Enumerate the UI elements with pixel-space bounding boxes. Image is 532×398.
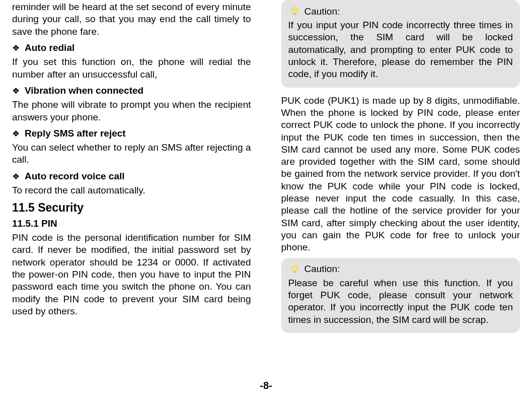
paragraph: PUK code (PUK1) is made up by 8 digits, … — [281, 95, 520, 254]
diamond-icon: ❖ — [12, 44, 20, 52]
heading-pin: 11.5.1 PIN — [12, 218, 251, 230]
diamond-icon: ❖ — [12, 172, 20, 181]
page-content: reminder will be heard at the set second… — [0, 0, 532, 378]
caution-box: Caution: Please be careful when use this… — [281, 258, 520, 333]
caution-label: Caution: — [305, 6, 340, 18]
bullet-label: Reply SMS after reject — [25, 127, 126, 140]
bullet-label: Vibration when connected — [25, 85, 143, 97]
paragraph: If you set this function on, the phone w… — [12, 56, 251, 81]
bullet-item: ❖ Vibration when connected — [12, 85, 251, 97]
paragraph: To record the call automatically. — [12, 184, 251, 196]
paragraph: PIN code is the personal identification … — [12, 232, 251, 317]
svg-rect-7 — [293, 271, 296, 273]
caution-body: Please be careful when use this function… — [288, 277, 513, 326]
lightbulb-icon — [288, 5, 301, 18]
bullet-item: ❖ Auto redial — [12, 42, 251, 54]
lightbulb-icon — [288, 263, 301, 276]
paragraph: reminder will be heard at the set second… — [12, 1, 251, 38]
paragraph: You can select whether to reply an SMS a… — [12, 142, 251, 166]
caution-label: Caution: — [305, 263, 340, 275]
page-number: -8- — [0, 378, 532, 391]
bullet-label: Auto record voice call — [25, 170, 125, 182]
right-column: Caution: If you input your PIN code inco… — [266, 0, 522, 378]
svg-line-5 — [297, 7, 298, 8]
svg-point-6 — [292, 265, 297, 272]
bullet-label: Auto redial — [25, 42, 74, 54]
svg-line-11 — [297, 265, 298, 266]
svg-line-10 — [291, 265, 292, 266]
heading-security: 11.5 Security — [12, 201, 251, 215]
svg-rect-1 — [293, 13, 296, 15]
caution-body: If you input your PIN code incorrectly t… — [288, 19, 513, 81]
paragraph: The phone will vibrate to prompt you whe… — [12, 99, 251, 123]
diamond-icon: ❖ — [12, 87, 20, 95]
diamond-icon: ❖ — [12, 129, 20, 138]
left-column: reminder will be heard at the set second… — [10, 0, 266, 378]
caution-header: Caution: — [288, 5, 513, 18]
bullet-item: ❖ Auto record voice call — [12, 170, 251, 182]
caution-box: Caution: If you input your PIN code inco… — [281, 0, 520, 88]
svg-line-4 — [291, 7, 292, 8]
bullet-item: ❖ Reply SMS after reject — [12, 127, 251, 140]
svg-point-0 — [292, 7, 297, 14]
caution-header: Caution: — [288, 263, 513, 276]
